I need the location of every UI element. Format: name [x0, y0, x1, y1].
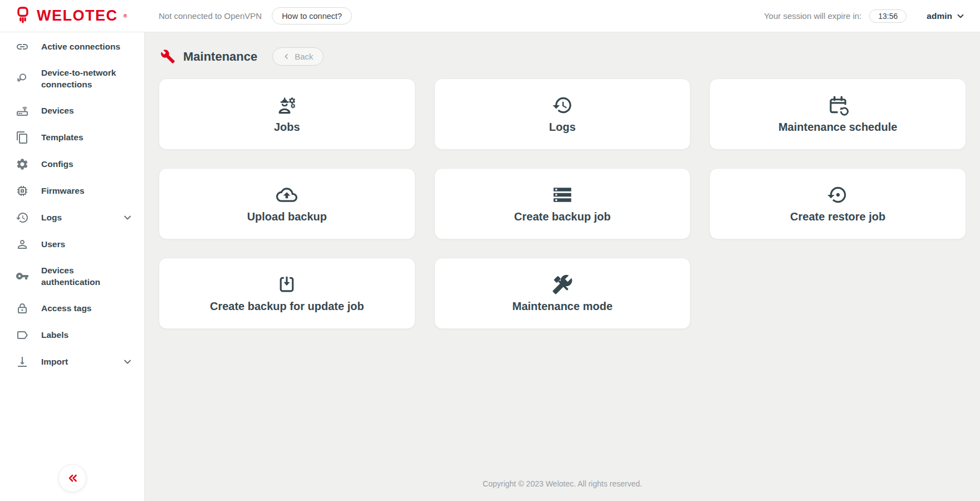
card-create-backup-for-update-job[interactable]: Create backup for update job — [159, 258, 415, 329]
how-to-connect-button[interactable]: How to connect? — [272, 7, 352, 24]
sidebar-item-label: Configs — [41, 158, 74, 170]
engineer-gears-icon — [276, 95, 297, 116]
back-button-label: Back — [295, 52, 313, 61]
copy-icon — [16, 131, 29, 144]
card-label: Create backup job — [514, 210, 610, 223]
gear-icon — [16, 158, 29, 171]
wrench-icon — [160, 49, 175, 64]
user-icon — [16, 238, 29, 251]
sidebar-item-label: Devices — [41, 105, 74, 116]
tag-icon — [16, 328, 29, 342]
maintenance-card-grid: Jobs Logs Maintenance schedule Upload ba — [159, 78, 966, 329]
antenna-logo-icon — [14, 5, 31, 27]
sidebar-item-devices-authentication[interactable]: Devices authentication — [0, 258, 144, 295]
sidebar-item-labels[interactable]: Labels — [0, 322, 144, 348]
card-maintenance-mode[interactable]: Maintenance mode — [434, 258, 691, 329]
server-stack-icon — [552, 184, 573, 205]
sidebar-item-active-connections[interactable]: Active connections — [0, 33, 144, 60]
sidebar-item-access-tags[interactable]: Access tags — [0, 295, 144, 322]
chip-icon — [16, 184, 29, 198]
hammer-wrench-icon — [552, 274, 573, 295]
sidebar: Active connections Device-to-network con… — [0, 32, 145, 501]
card-create-backup-job[interactable]: Create backup job — [434, 168, 691, 239]
page-title: Maintenance — [183, 50, 257, 64]
page-title-row: Maintenance Back — [159, 47, 966, 66]
chevron-down-icon[interactable] — [122, 212, 133, 223]
sidebar-item-label: Labels — [41, 329, 68, 341]
sidebar-item-label: Active connections — [41, 41, 120, 52]
double-chevron-left-icon — [66, 471, 79, 485]
card-label: Upload backup — [247, 210, 327, 223]
user-name: admin — [927, 11, 952, 21]
sidebar-item-label: Import — [41, 356, 68, 367]
sidebar-item-label: Device-to-network connections — [41, 67, 129, 91]
copyright-text: Copyright © 2023 Welotec. All rights res… — [159, 479, 966, 501]
sidebar-nav: Active connections Device-to-network con… — [0, 32, 144, 375]
sidebar-item-configs[interactable]: Configs — [0, 151, 144, 178]
sidebar-item-label: Logs — [41, 212, 62, 223]
sidebar-item-label: Users — [41, 238, 65, 250]
card-label: Maintenance mode — [512, 300, 612, 313]
history-icon — [552, 95, 573, 116]
logo-trademark: ® — [124, 13, 128, 19]
link-icon — [16, 40, 29, 53]
chevron-down-icon — [955, 11, 966, 21]
sidebar-item-templates[interactable]: Templates — [0, 124, 144, 151]
session-timer-badge: 13:56 — [869, 9, 906, 23]
logo-wordmark: WELOTEC — [37, 8, 118, 23]
calendar-refresh-icon — [827, 95, 849, 116]
session-expire-label: Your session will expire in: — [764, 11, 861, 21]
card-maintenance-schedule[interactable]: Maintenance schedule — [709, 78, 966, 150]
vpn-status-text: Not connected to OpenVPN — [159, 11, 262, 21]
search-network-icon — [16, 72, 29, 85]
sidebar-item-devices[interactable]: Devices — [0, 97, 144, 124]
sidebar-item-logs[interactable]: Logs — [0, 204, 144, 231]
chevron-left-icon — [282, 52, 291, 61]
card-jobs[interactable]: Jobs — [159, 78, 415, 150]
card-upload-backup[interactable]: Upload backup — [159, 168, 415, 239]
sidebar-item-firmwares[interactable]: Firmwares — [0, 178, 144, 204]
chevron-down-icon[interactable] — [122, 356, 133, 367]
history-icon — [16, 211, 29, 224]
welotec-logo[interactable]: WELOTEC ® — [0, 5, 145, 27]
card-label: Jobs — [274, 121, 300, 134]
lock-icon — [16, 302, 29, 315]
router-icon — [16, 104, 29, 117]
card-label: Maintenance schedule — [778, 121, 897, 134]
key-icon — [16, 269, 29, 283]
restore-icon — [827, 184, 849, 205]
sidebar-item-label: Access tags — [41, 302, 91, 314]
sidebar-item-label: Devices authentication — [41, 264, 129, 288]
card-create-restore-job[interactable]: Create restore job — [709, 168, 966, 239]
user-menu[interactable]: admin — [927, 11, 966, 21]
sidebar-item-device-to-network-connections[interactable]: Device-to-network connections — [0, 60, 144, 97]
card-label: Create restore job — [790, 210, 885, 223]
sidebar-item-import[interactable]: Import — [0, 348, 144, 375]
card-label: Logs — [549, 121, 576, 134]
sidebar-item-label: Templates — [41, 131, 84, 143]
install-box-icon — [276, 274, 297, 295]
top-header: WELOTEC ® Not connected to OpenVPN How t… — [0, 0, 980, 32]
sidebar-item-users[interactable]: Users — [0, 231, 144, 258]
import-icon — [16, 355, 29, 369]
card-label: Create backup for update job — [210, 300, 364, 313]
sidebar-item-label: Firmwares — [41, 185, 85, 197]
main-content: Maintenance Back Jobs — [145, 32, 980, 501]
cloud-upload-icon — [276, 184, 297, 205]
card-logs[interactable]: Logs — [434, 78, 691, 150]
sidebar-collapse-button[interactable] — [58, 464, 86, 492]
back-button[interactable]: Back — [272, 47, 323, 66]
